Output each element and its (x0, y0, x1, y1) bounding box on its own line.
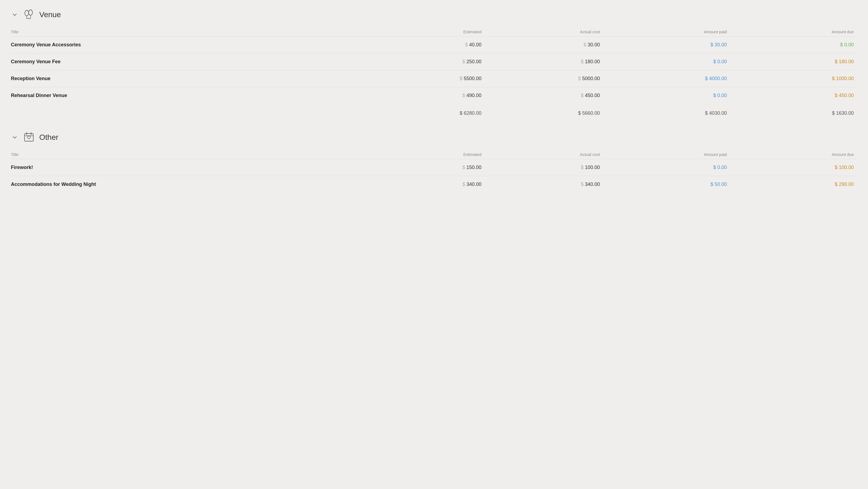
col-header-actual: Actual cost (485, 150, 603, 159)
row-paid: $ 0.00 (603, 87, 730, 104)
row-due: $ 100.00 (730, 159, 857, 176)
row-title: Ceremony Venue Accessories (11, 36, 366, 54)
table-row: Ceremony Venue Accessories $ 40.00 $ 30.… (11, 36, 857, 54)
row-actual: $ 5000.00 (485, 70, 603, 87)
row-actual: $ 340.00 (485, 176, 603, 193)
section-icon-venue (23, 9, 35, 21)
row-estimated: $ 490.00 (366, 87, 485, 104)
budget-table: Title Estimated Actual cost Amount paid … (11, 27, 857, 118)
row-title: Rehearsal Dinner Venue (11, 87, 366, 104)
total-due: $ 1630.00 (730, 104, 857, 118)
section-header: Venue (11, 9, 857, 21)
row-actual: $ 100.00 (485, 159, 603, 176)
section-header: Other (11, 131, 857, 143)
totals-row: $ 6280.00 $ 5660.00 $ 4030.00 $ 1630.00 (11, 104, 857, 118)
row-paid: $ 4000.00 (603, 70, 730, 87)
svg-point-5 (28, 18, 29, 19)
section-title: Other (39, 133, 58, 142)
row-due: $ 290.00 (730, 176, 857, 193)
total-paid: $ 4030.00 (603, 104, 730, 118)
row-estimated: $ 250.00 (366, 54, 485, 70)
total-actual: $ 5660.00 (485, 104, 603, 118)
col-header-actual: Actual cost (485, 27, 603, 36)
row-estimated: $ 340.00 (366, 176, 485, 193)
col-header-due: Amount due (730, 150, 857, 159)
row-actual: $ 180.00 (485, 54, 603, 70)
chevron-down-icon[interactable] (11, 11, 19, 19)
table-row: Reception Venue $ 5500.00 $ 5000.00 $ 40 (11, 70, 857, 87)
table-header-row: Title Estimated Actual cost Amount paid … (11, 27, 857, 36)
row-due: $ 180.00 (730, 54, 857, 70)
table-header-row: Title Estimated Actual cost Amount paid … (11, 150, 857, 159)
row-paid: $ 30.00 (603, 36, 730, 54)
col-header-title: Title (11, 150, 366, 159)
row-paid: $ 0.00 (603, 159, 730, 176)
budget-table: Title Estimated Actual cost Amount paid … (11, 150, 857, 193)
col-header-paid: Amount paid (603, 27, 730, 36)
row-actual: $ 450.00 (485, 87, 603, 104)
row-title: Firework! (11, 159, 366, 176)
col-header-estimated: Estimated (366, 150, 485, 159)
table-row: Accommodations for Wedding Night $ 340.0… (11, 176, 857, 193)
table-row: Ceremony Venue Fee $ 250.00 $ 180.00 $ 0 (11, 54, 857, 70)
row-title: Reception Venue (11, 70, 366, 87)
section-venue: Venue Title Estimated Actual cost Amount… (11, 9, 857, 118)
row-title: Accommodations for Wedding Night (11, 176, 366, 193)
chevron-down-icon[interactable] (11, 134, 19, 141)
section-title: Venue (39, 10, 61, 19)
table-row: Rehearsal Dinner Venue $ 490.00 $ 450.00 (11, 87, 857, 104)
col-header-estimated: Estimated (366, 27, 485, 36)
table-row: Firework! $ 150.00 $ 100.00 $ 0.00 (11, 159, 857, 176)
section-other: Other Title Estimated Actual cost Amount… (11, 131, 857, 193)
row-due: $ 0.00 (730, 36, 857, 54)
svg-rect-6 (25, 134, 33, 141)
row-estimated: $ 40.00 (366, 36, 485, 54)
row-due: $ 450.00 (730, 87, 857, 104)
col-header-paid: Amount paid (603, 150, 730, 159)
col-header-title: Title (11, 27, 366, 36)
row-estimated: $ 5500.00 (366, 70, 485, 87)
row-actual: $ 30.00 (485, 36, 603, 54)
col-header-due: Amount due (730, 27, 857, 36)
svg-point-2 (29, 10, 32, 15)
row-due: $ 1000.00 (730, 70, 857, 87)
svg-point-0 (25, 10, 29, 16)
row-title: Ceremony Venue Fee (11, 54, 366, 70)
row-paid: $ 0.00 (603, 54, 730, 70)
row-paid: $ 50.00 (603, 176, 730, 193)
section-icon-other (23, 131, 35, 143)
total-estimated: $ 6280.00 (366, 104, 485, 118)
row-estimated: $ 150.00 (366, 159, 485, 176)
